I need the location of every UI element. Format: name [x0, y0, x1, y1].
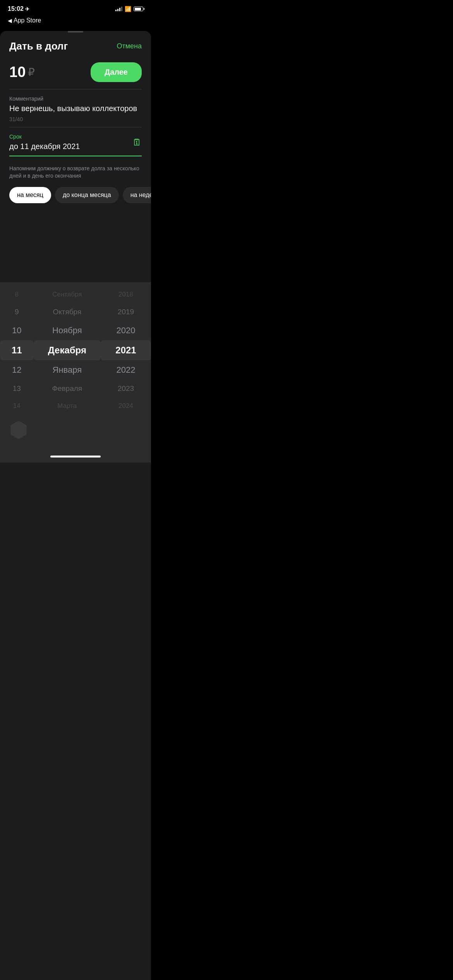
status-icons: 📶: [115, 6, 143, 12]
home-bar: [50, 456, 101, 457]
picker-day-10: 10: [0, 321, 34, 340]
home-indicator: [0, 451, 151, 463]
amount-currency: ₽: [28, 66, 35, 79]
status-bar: 15:02 ✈ 📶: [0, 0, 151, 15]
green-divider: [9, 156, 142, 156]
date-left: Срок до 11 декабря 2021: [9, 134, 80, 151]
picker-month-col[interactable]: Сентября Октября Ноября Декабря Января Ф…: [34, 286, 101, 415]
date-row: Срок до 11 декабря 2021 🗓: [9, 134, 142, 151]
time-display: 15:02: [8, 5, 24, 12]
reminder-text: Напомним должнику о возврате долга за не…: [0, 165, 151, 180]
hex-button[interactable]: [9, 421, 28, 439]
spacer: [0, 212, 151, 282]
calendar-icon[interactable]: 🗓: [132, 137, 142, 148]
back-chevron-icon: ◀: [8, 17, 12, 24]
picker-month-nov: Ноября: [34, 321, 101, 340]
wifi-icon: 📶: [125, 6, 131, 12]
sheet-title: Дать в долг: [9, 40, 68, 52]
comment-section: Комментарий Не вернешь, вызываю коллекто…: [0, 89, 151, 127]
sheet-header: Дать в долг Отмена: [0, 33, 151, 58]
pill-end-of-month[interactable]: до конца месяца: [55, 187, 119, 203]
picker-year-2018: 2018: [101, 286, 151, 303]
bottom-nav: [0, 415, 151, 451]
picker-month-dec: Декабря: [34, 340, 101, 360]
char-count: 31/40: [9, 116, 142, 122]
picker-month-sep: Сентября: [34, 286, 101, 303]
comment-text[interactable]: Не вернешь, вызываю коллекторов: [9, 104, 142, 113]
picker-year-2020: 2020: [101, 321, 151, 340]
amount-row: 10 ₽ Далее: [0, 58, 151, 89]
nav-back[interactable]: ◀ App Store: [0, 15, 151, 27]
status-time: 15:02 ✈: [8, 5, 29, 12]
deadline-value: до 11 декабря 2021: [9, 142, 80, 151]
deadline-label: Срок: [9, 134, 80, 140]
nav-back-label: App Store: [14, 17, 41, 24]
picker-day-col[interactable]: 8 9 10 11 12 13 14: [0, 286, 34, 415]
date-picker[interactable]: 8 9 10 11 12 13 14 Сентября Октября Нояб…: [0, 282, 151, 451]
picker-year-col[interactable]: 2018 2019 2020 2021 2022 2023 2024: [101, 286, 151, 415]
picker-year-2021: 2021: [101, 340, 151, 360]
picker-month-jan: Января: [34, 360, 101, 380]
picker-day-11: 11: [0, 340, 34, 360]
amount-value: 10: [9, 64, 26, 81]
picker-day-13: 13: [0, 380, 34, 397]
battery-icon: [134, 7, 143, 11]
picker-month-oct: Октября: [34, 303, 101, 321]
picker-day-9: 9: [0, 303, 34, 321]
picker-year-2022: 2022: [101, 360, 151, 380]
picker-year-2023: 2023: [101, 380, 151, 397]
picker-year-2019: 2019: [101, 303, 151, 321]
pills-container: на месяц до конца месяца на неделю Без с…: [0, 187, 151, 212]
next-button[interactable]: Далее: [91, 62, 142, 82]
amount-display: 10 ₽: [9, 64, 35, 81]
comment-label: Комментарий: [9, 96, 142, 102]
cancel-button[interactable]: Отмена: [117, 42, 142, 50]
picker-day-8: 8: [0, 286, 34, 303]
picker-month-feb: Февраля: [34, 380, 101, 397]
pill-week[interactable]: на неделю: [123, 187, 151, 203]
picker-day-12: 12: [0, 360, 34, 380]
picker-month-mar: Марта: [34, 397, 101, 415]
pill-month[interactable]: на месяц: [9, 187, 51, 203]
picker-year-2024: 2024: [101, 397, 151, 415]
picker-day-14: 14: [0, 397, 34, 415]
signal-icon: [115, 7, 122, 11]
picker-row: 8 9 10 11 12 13 14 Сентября Октября Нояб…: [0, 286, 151, 415]
date-section: Срок до 11 декабря 2021 🗓: [0, 127, 151, 165]
location-icon: ✈: [25, 6, 29, 12]
modal-sheet: Дать в долг Отмена 10 ₽ Далее Комментари…: [0, 31, 151, 980]
